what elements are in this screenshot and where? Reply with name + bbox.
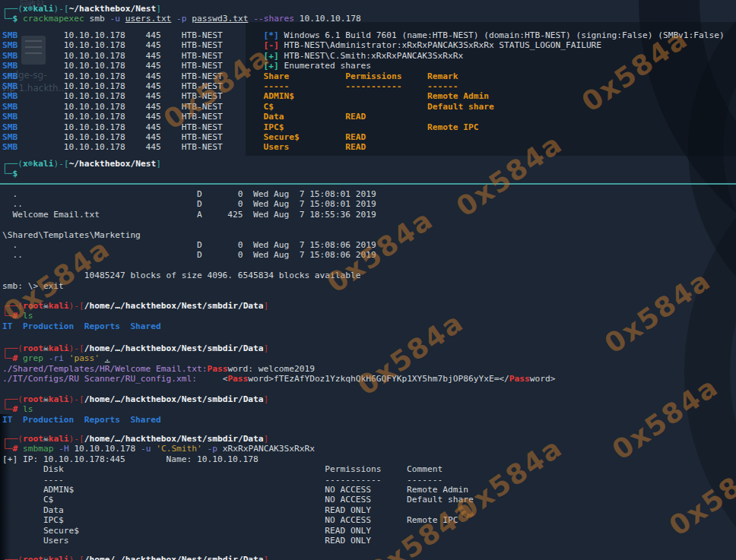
terminal-line: ---- ----------- ------- [2, 475, 736, 485]
terminal-line [2, 261, 736, 271]
terminal-text-segment: -p [176, 14, 186, 24]
terminal-text-segment: 10.10.10.178 [294, 14, 361, 24]
terminal-text-segment: passwd3.txt [192, 14, 248, 24]
terminal-line: SMB 10.10.10.178 445 HTB-NEST [+] HTB-NE… [2, 51, 736, 61]
terminal-text-segment: kali [49, 343, 69, 353]
terminal-text-segment: Welcome Email.txt A 425 Wed Aug 7 18:55:… [2, 210, 376, 220]
terminal-text-segment: ~/hackthebox/Nest [69, 4, 157, 14]
terminal-line: ┌──(root☠kali)-[/home/…/hackthebox/Nest/… [2, 555, 736, 560]
terminal-text-segment: ┌──( [2, 394, 23, 404]
terminal-text-segment: kali [33, 4, 53, 14]
terminal-text-segment: 10.10.10.178 445 HTB-NEST [17, 40, 263, 50]
terminal-text-segment: 10.10.10.178 445 HTB-NEST [17, 132, 263, 142]
terminal-line: IT Production Reports Shared [2, 321, 736, 331]
terminal-text-segment: 'pass' [69, 353, 100, 363]
terminal-text-segment: x [23, 4, 28, 14]
section-ls-data-1: ┌──(root☠kali)-[/home/…/hackthebox/Nest/… [2, 301, 736, 331]
terminal-line: ┌──(x⊛kali)-[~/hackthebox/Nest] [2, 159, 736, 169]
terminal-text-segment: ┌──( [2, 301, 23, 311]
terminal-text-segment: [-] [264, 40, 279, 50]
terminal-text-segment: Secure$ READ ONLY [2, 526, 371, 536]
terminal-text-segment: -p [208, 444, 217, 454]
terminal-text-segment: 'C.Smith' [156, 444, 202, 454]
terminal-line: .. D 0 Wed Aug 7 15:08:01 2019 [2, 199, 736, 209]
terminal-text-segment: root [23, 434, 43, 444]
terminal-text-segment [202, 444, 208, 454]
terminal-text-segment: IT Production Reports Shared [2, 321, 161, 331]
terminal-text-segment [120, 14, 125, 24]
terminal-text-segment: )-[ [53, 159, 68, 169]
terminal-text-segment: crackmapexec [23, 14, 84, 24]
terminal-text-segment: kali [49, 434, 69, 444]
pane-divider[interactable] [0, 183, 736, 185]
terminal-text-segment: Enumerated shares [279, 61, 371, 71]
terminal-text-segment: ADMIN$ NO ACCESS Remote Admin [2, 485, 468, 495]
terminal-text-segment: ☠ [43, 434, 49, 444]
terminal-line: SMB 10.10.10.178 445 HTB-NEST C$ Default… [2, 102, 736, 112]
terminal-text-segment: Windows 6.1 Build 7601 (name:HTB-NEST) (… [279, 30, 725, 40]
terminal-line: └─# smbmap -H 10.10.10.178 -u 'C.Smith' … [2, 444, 736, 454]
terminal-text-segment: -ri [49, 353, 64, 363]
terminal-text-segment: Users READ ONLY [2, 536, 371, 546]
terminal-text-segment: IT Production Reports Shared [2, 415, 161, 425]
terminal-line: └─# ls [2, 311, 736, 321]
terminal-text-segment: root [23, 301, 43, 311]
terminal-text-segment: ┌──( [2, 4, 23, 14]
terminal-text-segment: )-[ [53, 4, 68, 14]
section-ls-data-2: ┌──(root☠kali)-[/home/…/hackthebox/Nest/… [2, 394, 736, 425]
terminal-line: . D 0 Wed Aug 7 15:08:06 2019 [2, 240, 736, 250]
terminal-text-segment: ~/hackthebox/Nest [69, 159, 157, 169]
terminal-text-segment: \Shared\Templates\Marketing [2, 230, 141, 240]
terminal-text-segment [17, 404, 23, 414]
terminal-line: SMB 10.10.10.178 445 HTB-NEST Share Perm… [2, 71, 736, 81]
terminal-text-segment: SMB [2, 81, 17, 91]
terminal-text-segment: ./IT/Configs/RU Scanner/RU_config.xml: [2, 374, 197, 384]
terminal-line: Secure$ READ ONLY [2, 526, 736, 536]
terminal-text-segment: SMB [2, 122, 17, 132]
terminal-line: SMB 10.10.10.178 445 HTB-NEST [-] HTB-NE… [2, 40, 736, 50]
terminal-text-segment: smb: \> exit [2, 281, 64, 291]
terminal-text-segment: ┌──( [2, 343, 23, 353]
terminal-text-segment: SMB [2, 71, 17, 81]
terminal-output[interactable]: ┌──(x⊛kali)-[~/hackthebox/Nest]└─$ crack… [0, 0, 736, 560]
terminal-text-segment: users.txt [125, 14, 172, 24]
section-crackmapexec-prompt: ┌──(x⊛kali)-[~/hackthebox/Nest]└─$ crack… [2, 4, 736, 24]
terminal-text-segment: Pass [509, 374, 530, 384]
terminal-text-segment: SMB [2, 51, 17, 61]
terminal-text-segment: )-[ [69, 394, 84, 404]
terminal-text-segment: Pass [227, 374, 248, 384]
terminal-text-segment: Share Permissions Remark [264, 71, 458, 81]
terminal-text-segment: SMB [2, 91, 17, 101]
terminal-line: IT Production Reports Shared [2, 415, 736, 425]
terminal-line: SMB 10.10.10.178 445 HTB-NEST ADMIN$ Rem… [2, 91, 736, 101]
terminal-text-segment: HTB-NEST\C.Smith:xRxRxPANCAK3SxRxRx [279, 51, 463, 61]
terminal-text-segment: -u [110, 14, 120, 24]
terminal-text-segment: word> [530, 374, 556, 384]
terminal-text-segment: xRxRxPANCAK3SxRxRx [217, 444, 315, 454]
terminal-text-segment: ☠ [43, 301, 49, 311]
terminal-line: smb: \> exit [2, 281, 736, 291]
terminal-line: Users READ ONLY [2, 536, 736, 546]
terminal-line: SMB 10.10.10.178 445 HTB-NEST [*] Window… [2, 30, 736, 40]
terminal-text-segment: kali [33, 159, 53, 169]
terminal-text-segment: kali [49, 555, 69, 560]
terminal-text-segment: SMB [2, 142, 17, 152]
terminal-text-segment: ] [156, 4, 161, 14]
terminal-text-segment: ┌──( [2, 555, 23, 560]
terminal-text-segment: SMB [2, 132, 17, 142]
terminal-text-segment: kali [49, 394, 69, 404]
terminal-text-segment: root [23, 555, 43, 560]
terminal-line: └─# ls [2, 404, 736, 414]
terminal-text-segment: ls [23, 404, 33, 414]
terminal-text-segment: < [197, 374, 227, 384]
terminal-text-segment: -H [59, 444, 68, 454]
terminal-text-segment: Users READ [264, 142, 366, 152]
terminal-text-segment: . [105, 353, 110, 363]
terminal-line: ┌──(root☠kali)-[/home/…/hackthebox/Nest/… [2, 343, 736, 353]
terminal-line: Welcome Email.txt A 425 Wed Aug 7 18:55:… [2, 210, 736, 220]
terminal-line: Data READ ONLY [2, 505, 736, 515]
terminal-line: .. D 0 Wed Aug 7 15:08:06 2019 [2, 250, 736, 260]
terminal-text-segment: /home/…/hackthebox/Nest/smbdir/Data [84, 343, 264, 353]
terminal-line: └─$ crackmapexec smb -u users.txt -p pas… [2, 14, 736, 24]
terminal-text-segment: ☠ [43, 555, 49, 560]
